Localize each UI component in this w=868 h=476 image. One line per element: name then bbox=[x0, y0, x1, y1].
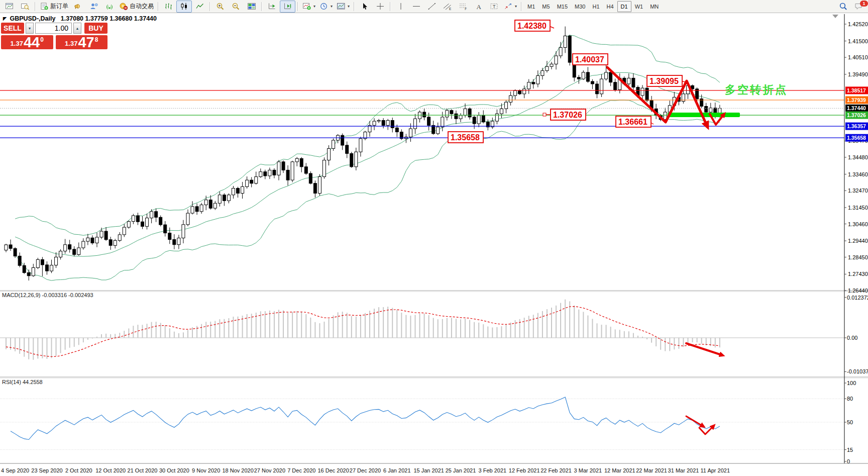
svg-text:100: 100 bbox=[847, 380, 856, 386]
symbol-marker-icon: ◤ bbox=[3, 16, 7, 21]
shift-icon bbox=[283, 3, 292, 10]
svg-text:30 Oct 2020: 30 Oct 2020 bbox=[159, 467, 189, 473]
zoom-out-button[interactable] bbox=[228, 1, 244, 13]
chart-title: ◤ GBPUSD-,Daily 1.37080 1.37759 1.36680 … bbox=[3, 15, 157, 22]
profiles-button[interactable] bbox=[17, 1, 33, 13]
svg-text:22 Mar 2021: 22 Mar 2021 bbox=[636, 467, 667, 473]
search-button[interactable] bbox=[835, 1, 851, 13]
timeframe-m1-button[interactable]: M1 bbox=[524, 1, 538, 12]
svg-text:1.39490: 1.39490 bbox=[848, 71, 868, 77]
buy-price-prefix: 1.37 bbox=[65, 40, 77, 47]
bar-chart-button[interactable] bbox=[161, 1, 176, 13]
autotrade-icon bbox=[119, 3, 128, 10]
hline-icon bbox=[412, 3, 421, 10]
shapes-icon bbox=[504, 3, 513, 10]
svg-text:1.37939: 1.37939 bbox=[847, 97, 866, 103]
svg-text:0.012372: 0.012372 bbox=[847, 295, 868, 301]
vline-icon bbox=[396, 3, 405, 10]
timeframe-h4-button[interactable]: H4 bbox=[603, 1, 617, 12]
svg-text:1.33460: 1.33460 bbox=[848, 171, 868, 177]
autotrading-button[interactable]: 自动交易 bbox=[117, 1, 156, 13]
alerts-button[interactable] bbox=[70, 1, 86, 13]
community-button[interactable] bbox=[86, 1, 101, 13]
line-chart-button[interactable] bbox=[192, 1, 207, 13]
svg-text:21 Oct 2020: 21 Oct 2020 bbox=[128, 467, 158, 473]
svg-text:1.35658: 1.35658 bbox=[451, 133, 480, 142]
svg-text:1.40037: 1.40037 bbox=[575, 55, 604, 64]
svg-text:1.30460: 1.30460 bbox=[848, 221, 868, 227]
horizontal-line-button[interactable] bbox=[408, 1, 424, 13]
svg-text:1.31450: 1.31450 bbox=[848, 205, 868, 211]
svg-text:4 Sep 2020: 4 Sep 2020 bbox=[1, 467, 29, 473]
timeframe-mn-button[interactable]: MN bbox=[646, 1, 662, 12]
tline-icon bbox=[427, 3, 437, 10]
svg-text:1.42380: 1.42380 bbox=[517, 22, 547, 30]
periods-icon bbox=[319, 3, 329, 10]
svg-text:1.28450: 1.28450 bbox=[848, 254, 868, 260]
svg-text:3 Feb 2021: 3 Feb 2021 bbox=[479, 467, 507, 473]
text-a-icon: A bbox=[474, 3, 483, 10]
fibo-icon: F bbox=[459, 3, 468, 10]
svg-text:12 Mar 2021: 12 Mar 2021 bbox=[604, 467, 635, 473]
timeframe-w1-button[interactable]: W1 bbox=[631, 1, 647, 12]
toolbar-separator bbox=[35, 2, 36, 11]
zoom-in-icon bbox=[216, 3, 225, 10]
toolbar-separator bbox=[297, 2, 298, 11]
volume-down-button[interactable]: ▼ bbox=[26, 23, 34, 34]
text-button[interactable]: A bbox=[471, 1, 486, 13]
chinese-annotation-text[interactable]: 多空转折点 bbox=[725, 83, 788, 96]
profiles-icon bbox=[21, 3, 30, 10]
timeframe-m15-button[interactable]: M15 bbox=[554, 1, 571, 12]
symbol-ohlc: 1.37080 1.37759 1.36680 1.37440 bbox=[61, 15, 157, 22]
auto-scroll-button[interactable] bbox=[264, 1, 280, 13]
arrows-button[interactable]: ▾ bbox=[502, 1, 519, 13]
periods-button[interactable]: ▾ bbox=[317, 1, 335, 13]
sell-button[interactable]: SELL bbox=[1, 23, 24, 34]
templates-button[interactable]: ▾ bbox=[335, 1, 352, 13]
chart-shift-button[interactable] bbox=[280, 1, 295, 13]
svg-text:25 Jan 2021: 25 Jan 2021 bbox=[446, 467, 476, 473]
new-order-button[interactable]: 新订单 bbox=[38, 1, 70, 13]
vertical-line-button[interactable] bbox=[393, 1, 408, 13]
sell-price-pip: 0 bbox=[40, 36, 44, 43]
toolbar-separator bbox=[158, 2, 159, 11]
chart-canvas[interactable]: 1.425201.415001.405101.394901.354701.344… bbox=[0, 0, 868, 476]
crosshair-button[interactable] bbox=[372, 1, 388, 13]
svg-text:27 Nov 2020: 27 Nov 2020 bbox=[254, 467, 285, 473]
sell-price-display[interactable]: 1.37440 bbox=[1, 35, 53, 49]
new-chart-icon bbox=[5, 3, 14, 10]
zoom-in-button[interactable] bbox=[212, 1, 228, 13]
label-button[interactable]: T bbox=[486, 1, 502, 13]
trendline-button[interactable] bbox=[424, 1, 440, 13]
svg-text:1.38517: 1.38517 bbox=[847, 87, 866, 93]
chat-button[interactable]: 1 bbox=[851, 1, 866, 13]
svg-text:1.42520: 1.42520 bbox=[848, 21, 868, 27]
svg-text:27 Dec 2020: 27 Dec 2020 bbox=[350, 467, 381, 473]
toolbar-separator bbox=[390, 2, 391, 11]
volume-input[interactable]: 1.00 bbox=[35, 23, 72, 34]
timeframe-d1-button[interactable]: D1 bbox=[617, 1, 631, 12]
autoscroll-icon bbox=[268, 3, 277, 10]
candlestick-chart-button[interactable] bbox=[176, 1, 192, 13]
timeframe-h1-button[interactable]: H1 bbox=[589, 1, 603, 12]
svg-text:1.34480: 1.34480 bbox=[848, 154, 868, 160]
buy-price-display[interactable]: 1.37478 bbox=[56, 35, 108, 49]
svg-text:1.32470: 1.32470 bbox=[848, 187, 868, 194]
buy-button[interactable]: BUY bbox=[84, 23, 107, 34]
svg-text:T: T bbox=[493, 4, 496, 9]
tile-windows-button[interactable] bbox=[244, 1, 259, 13]
svg-text:15 Jan 2021: 15 Jan 2021 bbox=[413, 467, 444, 473]
fibonacci-button[interactable]: F bbox=[455, 1, 471, 13]
signals-button[interactable] bbox=[101, 1, 117, 13]
svg-text:1.37026: 1.37026 bbox=[847, 112, 866, 118]
volume-up-button[interactable]: ▲ bbox=[73, 23, 81, 34]
timeframe-m30-button[interactable]: M30 bbox=[571, 1, 589, 12]
indicators-button[interactable]: ▾ bbox=[300, 1, 317, 13]
buy-price-pip: 8 bbox=[95, 36, 98, 43]
cursor-button[interactable] bbox=[357, 1, 372, 13]
timeframe-m5-button[interactable]: M5 bbox=[538, 1, 553, 12]
cursor-icon bbox=[360, 3, 369, 10]
svg-text:2 Oct 2020: 2 Oct 2020 bbox=[65, 467, 92, 473]
channel-button[interactable]: E bbox=[440, 1, 455, 13]
new-chart-button[interactable] bbox=[2, 1, 17, 13]
